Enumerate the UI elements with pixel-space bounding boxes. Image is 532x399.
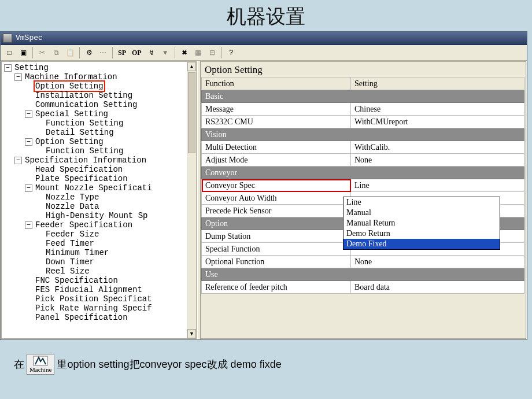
machine-button[interactable]: Machine xyxy=(27,354,54,375)
cell-value[interactable]: Chinese xyxy=(351,103,524,116)
table-row[interactable]: Conveyor xyxy=(202,167,524,179)
cell-label[interactable]: Dump Station xyxy=(202,230,351,243)
cell-value[interactable]: Line xyxy=(351,179,524,192)
table-row[interactable]: Adjust ModeNone xyxy=(202,154,524,167)
cell-label[interactable]: Optional Function xyxy=(202,256,351,268)
tree-toggle[interactable]: − xyxy=(14,73,22,81)
tree-item-communication_setting[interactable]: Communication Setting xyxy=(25,100,196,109)
cell-value[interactable]: Board data xyxy=(351,281,524,294)
cell-label[interactable]: Conveyor Auto Width xyxy=(202,192,351,205)
cell-label[interactable]: RS232C CMU xyxy=(202,116,351,128)
table-row[interactable]: Reference of feeder pitchBoard data xyxy=(202,281,524,294)
tree-item-feed_timer[interactable]: Feed Timer xyxy=(35,239,196,248)
table-row[interactable]: Basic xyxy=(202,90,524,103)
tree-item-nozzle_type[interactable]: Nozzle Type xyxy=(35,193,196,202)
tree-label: Pick Rate Warning Specif xyxy=(35,304,153,313)
tree-item-fes_fiducial[interactable]: FES Fiducial Alignment xyxy=(25,285,196,294)
tree-item-feeder_spec[interactable]: −Feeder Specification xyxy=(25,220,196,230)
tree-scrollbar[interactable]: ▲ ▼ xyxy=(187,62,196,338)
tree-item-pick_rate[interactable]: Pick Rate Warning Specif xyxy=(25,304,196,313)
cell-label[interactable]: Precede Pick Sensor xyxy=(202,205,351,217)
table-row[interactable]: RS232C CMUWithCMUreport xyxy=(202,116,524,128)
tree-item-down_timer[interactable]: Down Timer xyxy=(35,257,196,267)
tree-item-option_setting[interactable]: Option Setting xyxy=(25,82,196,91)
sp-button[interactable]: SP xyxy=(116,46,128,59)
tree-item-special_setting[interactable]: −Special Setting xyxy=(25,109,196,119)
tree[interactable]: −Setting−Machine InformationOption Setti… xyxy=(2,62,196,322)
cell-label[interactable]: Message xyxy=(202,103,351,116)
cell-label[interactable]: Reference of feeder pitch xyxy=(202,281,351,294)
tree-item-machine_info[interactable]: −Machine Information xyxy=(14,72,196,82)
slot-icon: ⊟ xyxy=(206,46,219,59)
help-icon[interactable]: ? xyxy=(225,46,238,59)
tree-item-function_setting2[interactable]: Function Setting xyxy=(35,146,196,156)
window-title: VmSpec xyxy=(16,32,43,45)
tree-item-panel_spec[interactable]: Panel Specification xyxy=(25,313,196,322)
scroll-up-icon[interactable]: ▲ xyxy=(187,62,196,71)
col-setting[interactable]: Setting xyxy=(351,77,524,90)
tree-item-function_setting1[interactable]: Function Setting xyxy=(35,119,196,128)
gear-icon[interactable]: ⚙ xyxy=(83,46,95,59)
cell-label[interactable]: Conveyor Spec xyxy=(202,179,351,192)
plug-error-icon[interactable]: ✖ xyxy=(178,46,191,59)
tree-item-minimum_timer[interactable]: Minimum Timer xyxy=(35,248,196,257)
tree-toggle[interactable]: − xyxy=(25,184,32,192)
tree-item-reel_size[interactable]: Reel Size xyxy=(35,267,196,276)
settings-grid[interactable]: Function Setting BasicMessageChineseRS23… xyxy=(201,77,524,294)
tree-item-installation_setting[interactable]: Installation Setting xyxy=(25,91,196,100)
dropdown-option[interactable]: Demo Fixed xyxy=(343,239,500,249)
tree-label: Nozzle Type xyxy=(45,193,99,202)
tree-item-mount_nozzle[interactable]: −Mount Nozzle Specificati xyxy=(25,183,196,193)
tree-item-detail_setting[interactable]: Detail Setting xyxy=(35,128,196,137)
table-row[interactable]: MessageChinese xyxy=(202,103,524,116)
tree-label: Option Setting xyxy=(35,82,104,91)
new-icon[interactable]: □ xyxy=(3,46,16,59)
cell-value[interactable]: None xyxy=(351,154,524,167)
app-window: VmSpec □▣✂⧉📋⚙⋯SPOP↯▼✖▦⊟? −Setting−Machin… xyxy=(0,31,527,340)
tree-label: High-Density Mount Sp xyxy=(45,211,148,220)
cell-value[interactable]: WithCMUreport xyxy=(351,116,524,128)
titlebar: VmSpec xyxy=(1,32,527,45)
grid-icon: ⋯ xyxy=(97,46,109,59)
tree-label: Specification Information xyxy=(24,156,147,165)
save-icon[interactable]: ▣ xyxy=(17,46,29,59)
tree-label: Setting xyxy=(14,63,49,72)
tree-item-option_setting2[interactable]: −Option Setting xyxy=(25,137,196,146)
cell-label[interactable]: Multi Detection xyxy=(202,141,351,154)
scroll-down-icon[interactable]: ▼ xyxy=(187,329,196,338)
tree-toggle[interactable]: − xyxy=(25,138,32,146)
tree-label: Minimum Timer xyxy=(45,248,109,257)
dropdown-option[interactable]: Manual xyxy=(343,208,500,218)
table-row[interactable]: Multi DetectionWithCalib. xyxy=(202,141,524,154)
tree-item-plate_spec[interactable]: Plate Specification xyxy=(25,174,196,183)
transfer-icon[interactable]: ↯ xyxy=(145,46,158,59)
tree-item-high_density[interactable]: High-Density Mount Sp xyxy=(35,211,196,220)
tree-label: Feed Timer xyxy=(45,239,95,248)
table-row[interactable]: Use xyxy=(202,268,524,281)
cell-label[interactable]: Adjust Mode xyxy=(202,154,351,167)
table-row[interactable]: Conveyor SpecLine xyxy=(202,179,524,192)
scroll-thumb[interactable] xyxy=(188,72,195,153)
tree-item-feeder_size[interactable]: Feeder Size xyxy=(35,230,196,239)
tree-item-spec_info[interactable]: −Specification Information xyxy=(14,156,196,165)
cell-value[interactable]: None xyxy=(351,256,524,268)
tree-toggle[interactable]: − xyxy=(25,221,32,229)
col-function[interactable]: Function xyxy=(202,77,351,90)
tree-item-root[interactable]: −Setting xyxy=(4,63,196,72)
tree-item-fnc_spec[interactable]: FNC Specification xyxy=(25,276,196,285)
tree-item-pick_pos[interactable]: Pick Position Specificat xyxy=(25,294,196,304)
dropdown-option[interactable]: Demo Return xyxy=(343,228,500,239)
cell-value[interactable]: WithCalib. xyxy=(351,141,524,154)
tree-toggle[interactable]: − xyxy=(25,110,32,118)
op-button[interactable]: OP xyxy=(130,46,144,59)
table-row[interactable]: Vision xyxy=(202,128,524,141)
dropdown-option[interactable]: Manual Return xyxy=(343,218,500,228)
dropdown-option[interactable]: Line xyxy=(343,197,500,208)
table-row[interactable]: Optional FunctionNone xyxy=(202,256,524,268)
tree-item-nozzle_data[interactable]: Nozzle Data xyxy=(35,202,196,211)
tree-toggle[interactable]: − xyxy=(4,64,12,72)
tree-item-head_spec[interactable]: Head Specification xyxy=(25,165,196,174)
conveyor-spec-dropdown[interactable]: LineManualManual ReturnDemo ReturnDemo F… xyxy=(343,197,500,250)
tree-toggle[interactable]: − xyxy=(14,157,22,164)
cell-label[interactable]: Special Function xyxy=(202,243,351,256)
